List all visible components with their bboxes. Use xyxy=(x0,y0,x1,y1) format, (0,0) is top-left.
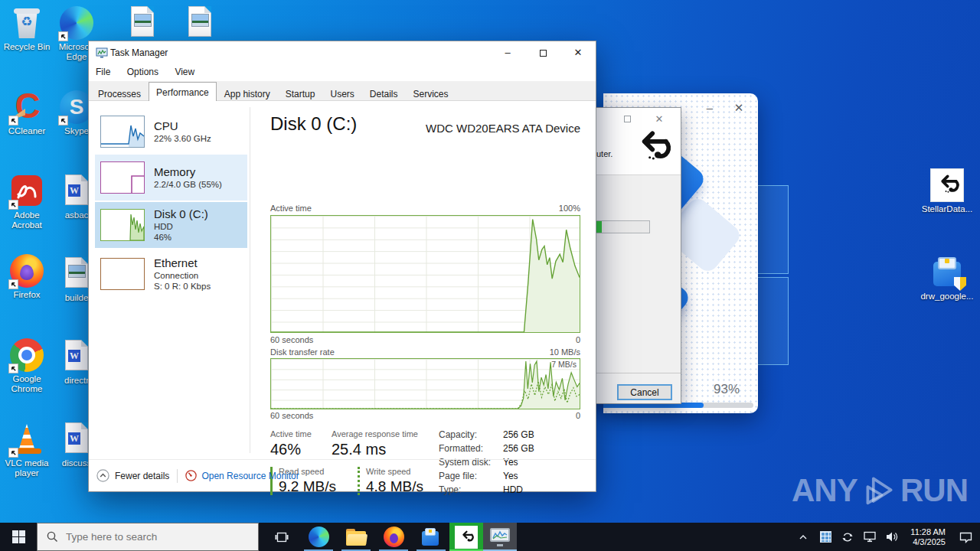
active-time-chart xyxy=(270,215,580,333)
taskbar-search[interactable] xyxy=(37,523,259,551)
open-resource-monitor-link[interactable]: Open Resource Monitor xyxy=(185,470,299,481)
desktop-icon-google-chrome[interactable]: Google Chrome xyxy=(0,338,55,394)
detail-value: 256 GB xyxy=(503,443,534,454)
shortcut-arrow-icon xyxy=(8,116,18,126)
window-title: Task Manager xyxy=(110,47,168,58)
desktop-icon-image-file[interactable] xyxy=(114,6,171,40)
desktop-icon-drw-google[interactable]: drw_google... xyxy=(919,256,975,302)
chart1-xaxis: 60 seconds 0 xyxy=(270,335,580,344)
sidebar-item-disk0[interactable]: Disk 0 (C:) HDD 46% xyxy=(95,202,247,248)
maximize-icon xyxy=(540,50,547,57)
chart2-xaxis: 60 seconds 0 xyxy=(270,411,580,420)
tray-chevron-up-icon[interactable] xyxy=(795,527,812,547)
desktop-icon-firefox[interactable]: Firefox xyxy=(0,254,55,300)
windows-logo-icon xyxy=(12,530,25,543)
firefox-icon xyxy=(384,527,404,547)
sidebar-ethernet-title: Ethernet xyxy=(154,256,211,270)
tray-network-icon[interactable] xyxy=(861,527,878,547)
sidebar-item-cpu[interactable]: CPU 22% 3.60 GHz xyxy=(95,109,247,155)
stellar-logo-icon xyxy=(630,128,673,168)
detail-row-capacity: Capacity:256 GB xyxy=(439,429,534,440)
chart1-label: Active time xyxy=(270,204,312,213)
image-file-icon xyxy=(183,6,217,40)
stat-response-time: Average response time 25.4 ms xyxy=(332,429,418,458)
menu-options[interactable]: Options xyxy=(120,64,165,80)
firefox-icon xyxy=(10,254,44,288)
panel-title: Disk 0 (C:) xyxy=(270,113,357,135)
sidebar-item-ethernet[interactable]: Ethernet Connection S: 0 R: 0 Kbps xyxy=(95,251,247,297)
sidebar-disk-type: HDD xyxy=(154,221,208,232)
tray-sync-icon[interactable] xyxy=(839,527,856,547)
minimize-icon: – xyxy=(505,47,510,58)
desktop-icon-vlc[interactable]: VLC media player xyxy=(0,422,55,478)
minimize-icon[interactable]: – xyxy=(701,99,718,116)
taskbar-clock[interactable]: 11:28 AM 4/3/2025 xyxy=(906,527,950,547)
sidebar-separator xyxy=(250,107,250,453)
menu-view[interactable]: View xyxy=(168,64,201,80)
minimize-button[interactable]: – xyxy=(490,41,525,64)
stat-active-time: Active time 46% xyxy=(270,429,312,458)
menu-file[interactable]: File xyxy=(89,64,117,80)
shortcut-arrow-icon xyxy=(8,279,18,289)
wallpaper-logo-pane-bottom xyxy=(756,277,789,365)
stat-label: Active time xyxy=(270,429,312,439)
ethernet-mini-chart-icon xyxy=(100,258,145,290)
fewer-details-label: Fewer details xyxy=(115,471,169,481)
start-button[interactable] xyxy=(0,523,37,551)
stellar-icon xyxy=(455,526,478,549)
task-manager-window: Task Manager – ✕ File Options View Proce… xyxy=(88,41,596,492)
google-chrome-icon xyxy=(10,338,44,372)
close-icon[interactable]: ✕ xyxy=(730,99,747,116)
desktop-icon-ccleaner[interactable]: C CCleaner xyxy=(0,90,55,136)
stat-label: Average response time xyxy=(332,429,418,439)
watermark-text-any: ANY xyxy=(792,472,858,509)
title-bar[interactable]: Task Manager – ✕ xyxy=(89,41,596,64)
image-file-icon xyxy=(126,6,159,40)
desktop-icon-adobe-acrobat[interactable]: Adobe Acrobat xyxy=(0,174,55,230)
taskbar-task-manager-button[interactable] xyxy=(483,523,517,551)
stat-value: 25.4 ms xyxy=(332,441,418,458)
desktop-icon-stellardata[interactable]: StellarData... xyxy=(919,168,975,214)
taskbar-stellar-button[interactable] xyxy=(449,523,483,551)
chart1-max: 100% xyxy=(559,204,580,213)
sidebar-item-memory[interactable]: Memory 2.2/4.0 GB (55%) xyxy=(95,155,247,201)
tab-performance[interactable]: Performance xyxy=(149,82,217,102)
tab-bar: ProcessesPerformanceApp historyStartupUs… xyxy=(89,81,596,101)
fewer-details-button[interactable]: Fewer details xyxy=(96,469,169,482)
shortcut-arrow-icon xyxy=(8,364,18,373)
edge-icon xyxy=(309,527,329,547)
sidebar-disk-usage: 46% xyxy=(154,232,208,243)
search-input[interactable] xyxy=(66,531,219,543)
system-tray: 11:28 AM 4/3/2025 xyxy=(795,523,980,551)
task-view-button[interactable] xyxy=(265,523,299,551)
close-icon[interactable]: ✕ xyxy=(652,112,667,127)
chart2-x-left: 60 seconds xyxy=(270,411,313,420)
maximize-button[interactable] xyxy=(525,41,560,64)
desktop-icon-label: StellarData... xyxy=(919,204,975,214)
chart1-x-right: 0 xyxy=(576,335,580,344)
performance-body: CPU 22% 3.60 GHz Memory 2.2/4.0 GB (55%) xyxy=(89,101,596,461)
cancel-button[interactable]: Cancel xyxy=(617,384,672,400)
tray-volume-icon[interactable] xyxy=(884,527,900,547)
memory-mini-chart-icon xyxy=(100,161,145,194)
task-manager-icon xyxy=(490,528,510,546)
sidebar-ethernet-name: Connection xyxy=(154,270,211,281)
desktop: ANY RUN ♻ Recycle Bin C CCleaner xyxy=(0,0,980,551)
disk-detail-panel: Disk 0 (C:) WDC WD20EARS ATA Device Acti… xyxy=(270,101,580,461)
chart2-max: 10 MB/s xyxy=(550,347,580,357)
desktop-icon-recycle-bin[interactable]: ♻ Recycle Bin xyxy=(0,6,55,52)
taskbar-edge-button[interactable] xyxy=(302,523,335,551)
desktop-icon-image-file[interactable] xyxy=(172,6,228,40)
tray-grid-app-icon[interactable] xyxy=(817,527,834,547)
taskbar-file-explorer-button[interactable] xyxy=(339,523,373,551)
taskbar-installer-button[interactable] xyxy=(414,523,448,551)
sidebar-disk-title: Disk 0 (C:) xyxy=(154,207,208,221)
desktop-icon-label: Google Chrome xyxy=(0,374,55,394)
close-button[interactable]: ✕ xyxy=(560,41,596,64)
footer-divider xyxy=(177,469,178,483)
maximize-icon[interactable] xyxy=(619,112,635,127)
chart2-x-right: 0 xyxy=(576,411,580,420)
action-center-icon[interactable] xyxy=(956,527,975,547)
desktop-icon-label: CCleaner xyxy=(0,126,55,136)
taskbar-firefox-button[interactable] xyxy=(377,523,410,551)
